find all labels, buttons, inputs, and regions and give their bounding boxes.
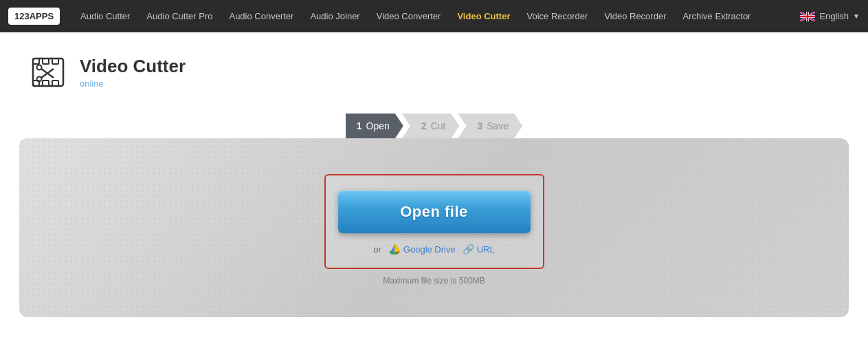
or-text: or bbox=[373, 244, 381, 255]
app-subtitle: online bbox=[80, 78, 186, 89]
open-file-button[interactable]: Open file bbox=[338, 191, 531, 233]
step-open[interactable]: 1 Open bbox=[346, 114, 403, 138]
step-2-label: Cut bbox=[431, 120, 446, 131]
language-dropdown-arrow: ▼ bbox=[853, 12, 860, 20]
google-drive-link[interactable]: Google Drive bbox=[388, 243, 456, 255]
language-selector[interactable]: English ▼ bbox=[800, 11, 860, 21]
step-3-label: Save bbox=[487, 120, 509, 131]
step-save[interactable]: 3 Save bbox=[458, 114, 522, 138]
main-area: Open file or Google Drive bbox=[19, 138, 849, 317]
step-1-label: Open bbox=[366, 120, 390, 131]
nav-link-audio-cutter[interactable]: Audio Cutter bbox=[72, 0, 138, 32]
nav-link-video-recorder[interactable]: Video Recorder bbox=[596, 0, 674, 32]
step-2-num: 2 bbox=[421, 120, 427, 131]
app-title-block: Video Cutter online bbox=[80, 56, 186, 89]
nav-links: Audio CutterAudio Cutter ProAudio Conver… bbox=[72, 0, 800, 32]
url-icon: 🔗 bbox=[463, 244, 474, 255]
nav-link-archive-extractor[interactable]: Archive Extractor bbox=[674, 0, 759, 32]
navbar: 123APPS Audio CutterAudio Cutter ProAudi… bbox=[0, 0, 868, 32]
step-1-num: 1 bbox=[357, 120, 362, 131]
google-drive-label: Google Drive bbox=[403, 244, 456, 255]
app-header: Video Cutter online bbox=[0, 32, 868, 100]
steps-bar: 1 Open 2 Cut 3 Save bbox=[346, 114, 522, 138]
logo[interactable]: 123APPS bbox=[8, 8, 60, 25]
app-title: Video Cutter bbox=[80, 56, 186, 77]
upload-box: Open file or Google Drive bbox=[324, 174, 544, 269]
flag-icon bbox=[800, 12, 815, 21]
nav-link-audio-joiner[interactable]: Audio Joiner bbox=[302, 0, 368, 32]
url-link[interactable]: 🔗 URL bbox=[463, 244, 495, 255]
language-label: English bbox=[819, 11, 849, 21]
nav-link-audio-cutter-pro[interactable]: Audio Cutter Pro bbox=[138, 0, 221, 32]
source-row: or Google Drive 🔗 bbox=[373, 243, 494, 255]
google-drive-icon bbox=[388, 243, 401, 255]
steps-container: 1 Open 2 Cut 3 Save bbox=[0, 114, 868, 138]
step-3-num: 3 bbox=[477, 120, 482, 131]
nav-link-video-converter[interactable]: Video Converter bbox=[368, 0, 449, 32]
step-cut[interactable]: 2 Cut bbox=[402, 114, 460, 138]
app-icon bbox=[27, 52, 69, 93]
nav-link-voice-recorder[interactable]: Voice Recorder bbox=[518, 0, 596, 32]
nav-link-video-cutter[interactable]: Video Cutter bbox=[449, 0, 518, 32]
url-label: URL bbox=[477, 244, 495, 255]
file-size-note: Maximum file size is 500MB bbox=[383, 276, 485, 286]
nav-link-audio-converter[interactable]: Audio Converter bbox=[221, 0, 302, 32]
svg-point-10 bbox=[37, 65, 42, 70]
